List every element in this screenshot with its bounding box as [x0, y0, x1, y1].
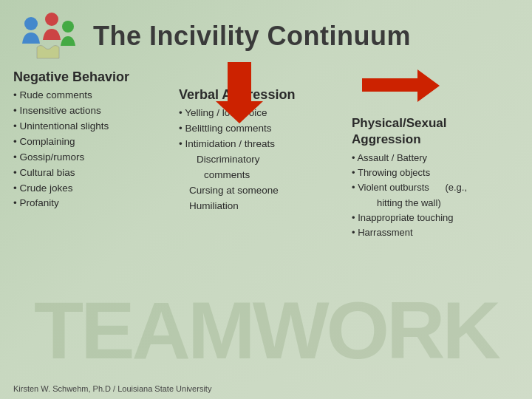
footer: Kirsten W. Schwehm, Ph.D / Louisiana Sta…: [13, 384, 211, 393]
list-item: Complaining: [13, 134, 170, 150]
list-item: Violent outbursts (e.g.,: [352, 180, 519, 195]
list-item: Yelling / loud voice: [179, 106, 343, 121]
main-content: Negative Behavior Rude comments Insensit…: [0, 69, 532, 240]
svg-point-2: [62, 21, 74, 33]
header: The Incivility Continuum: [0, 0, 532, 69]
list-item: comments: [179, 168, 343, 183]
negative-behavior-list: Rude comments Insensitive actions Uninte…: [13, 88, 170, 211]
list-item: Gossip/rumors: [13, 150, 170, 166]
list-item: Profanity: [13, 196, 170, 211]
list-item: Cultural bias: [13, 166, 170, 181]
watermark: TEAMWORK: [34, 283, 498, 377]
verbal-aggression-column: Verbal Aggression Yelling / loud voice B…: [176, 87, 346, 240]
list-item: Discriminatory: [179, 152, 343, 168]
slide: TEAMWORK The Incivility Continuum: [0, 0, 532, 399]
svg-point-0: [24, 17, 38, 30]
svg-point-1: [45, 13, 58, 26]
list-item: Belittling comments: [179, 121, 343, 137]
list-item: Insensitive actions: [13, 103, 170, 119]
list-item: Inappropriate touching: [352, 211, 519, 225]
list-item: hitting the wall): [352, 196, 519, 211]
list-item: Throwing objects: [352, 166, 519, 180]
physical-aggression-column: Physical/Sexual Aggression Assault / Bat…: [346, 115, 519, 240]
page-title: The Incivility Continuum: [93, 21, 411, 52]
list-item: Humiliation: [179, 199, 343, 214]
physical-aggression-list: Assault / Battery Throwing objects Viole…: [352, 151, 519, 240]
header-icon: [15, 10, 81, 62]
list-item: Harrassment: [352, 225, 519, 240]
physical-aggression-heading: Physical/Sexual Aggression: [352, 115, 519, 148]
negative-behavior-heading: Negative Behavior: [13, 69, 170, 85]
list-item: Assault / Battery: [352, 151, 519, 166]
negative-behavior-column: Negative Behavior Rude comments Insensit…: [13, 69, 176, 240]
list-item: Unintentional slights: [13, 119, 170, 134]
list-item: Intimidation / threats: [179, 137, 343, 152]
list-item: Rude comments: [13, 88, 170, 103]
verbal-aggression-heading: Verbal Aggression: [179, 87, 343, 103]
verbal-aggression-list: Yelling / loud voice Belittling comments…: [179, 106, 343, 214]
list-item: Cursing at someone: [179, 183, 343, 199]
list-item: Crude jokes: [13, 181, 170, 197]
